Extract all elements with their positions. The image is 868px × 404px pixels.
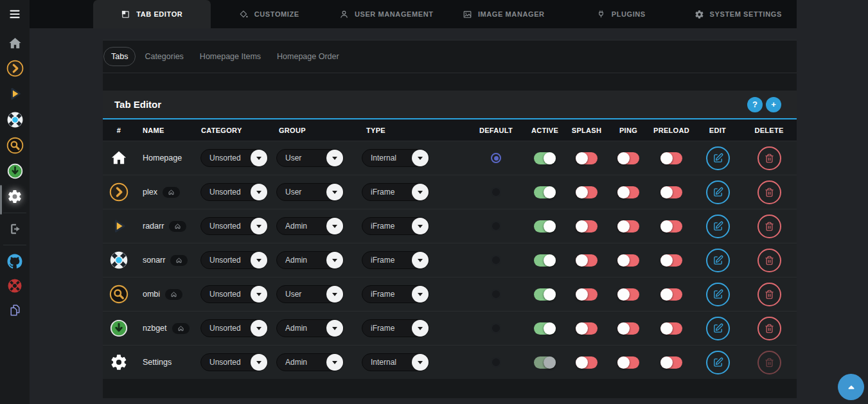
preload-toggle[interactable] <box>660 220 682 233</box>
preload-toggle[interactable] <box>660 322 682 335</box>
select-value: User <box>285 188 301 197</box>
edit-button[interactable] <box>706 283 730 306</box>
splash-toggle[interactable] <box>576 254 598 267</box>
group-select[interactable]: User <box>276 183 344 201</box>
category-select[interactable]: Unsorted <box>200 183 268 201</box>
scroll-top-button[interactable] <box>838 374 864 400</box>
ping-toggle[interactable] <box>617 152 639 164</box>
ping-toggle[interactable] <box>617 322 639 335</box>
type-select[interactable]: Internal <box>362 149 429 167</box>
ping-toggle[interactable] <box>617 220 639 233</box>
sidebar-item-home[interactable] <box>0 30 30 56</box>
sidebar-item-ombi[interactable] <box>0 132 30 158</box>
preload-toggle[interactable] <box>660 356 682 369</box>
edit-button[interactable] <box>706 215 730 238</box>
type-select[interactable]: iFrame <box>362 217 429 235</box>
group-select[interactable]: Admin <box>276 319 344 337</box>
delete-button[interactable] <box>757 215 781 238</box>
type-select[interactable]: iFrame <box>362 251 429 269</box>
subtab-tabs[interactable]: Tabs <box>103 47 136 66</box>
active-toggle[interactable] <box>534 152 556 164</box>
category-select[interactable]: Unsorted <box>200 319 268 337</box>
sidebar-item-nzbget[interactable] <box>0 158 30 184</box>
active-toggle[interactable] <box>534 254 556 267</box>
default-radio[interactable] <box>491 289 501 299</box>
splash-toggle[interactable] <box>576 186 598 198</box>
subtab-homepage-order[interactable]: Homepage Order <box>277 52 339 61</box>
active-toggle[interactable] <box>534 220 556 233</box>
type-select[interactable]: iFrame <box>362 319 429 337</box>
sidebar-item-sonarr[interactable] <box>0 107 30 132</box>
splash-toggle[interactable] <box>576 152 598 164</box>
default-radio[interactable] <box>491 153 501 163</box>
sidebar-item-menu-toggle[interactable] <box>0 1 30 27</box>
splash-toggle[interactable] <box>576 322 598 335</box>
default-radio[interactable] <box>491 221 501 231</box>
edit-button[interactable] <box>706 317 730 340</box>
subtab-homepage-items[interactable]: Homepage Items <box>200 52 261 61</box>
group-select[interactable]: User <box>276 149 344 167</box>
type-select[interactable]: Internal <box>362 353 429 371</box>
ping-toggle[interactable] <box>617 186 639 198</box>
sidebar-item-support[interactable] <box>0 273 30 299</box>
group-select[interactable]: Admin <box>276 217 344 235</box>
preload-toggle[interactable] <box>660 288 682 301</box>
active-toggle[interactable] <box>534 186 556 198</box>
ping-toggle[interactable] <box>617 254 639 267</box>
category-select[interactable]: Unsorted <box>200 149 268 167</box>
splash-toggle[interactable] <box>576 356 598 369</box>
preload-toggle[interactable] <box>660 186 682 198</box>
category-select[interactable]: Unsorted <box>200 353 268 371</box>
default-radio[interactable] <box>491 323 501 333</box>
top-tab-user-management[interactable]: USER MANAGEMENT <box>328 0 445 28</box>
preload-toggle[interactable] <box>660 254 682 267</box>
default-radio[interactable] <box>491 255 501 265</box>
tab-name: nzbget <box>143 324 167 333</box>
sidebar-item-settings[interactable] <box>0 184 30 209</box>
category-select[interactable]: Unsorted <box>200 251 268 269</box>
type-select[interactable]: iFrame <box>362 183 429 201</box>
sidebar-item-logout[interactable] <box>0 216 30 242</box>
splash-toggle[interactable] <box>576 288 598 301</box>
type-select[interactable]: iFrame <box>362 285 429 303</box>
sidebar-item-docs[interactable] <box>0 297 30 323</box>
category-select[interactable]: Unsorted <box>200 285 268 303</box>
category-select[interactable]: Unsorted <box>200 217 268 235</box>
delete-button[interactable] <box>757 317 781 340</box>
edit-button[interactable] <box>706 146 730 170</box>
chevron-down-icon <box>412 320 429 337</box>
top-tab-tab-editor[interactable]: TAB EDITOR <box>93 0 211 28</box>
edit-button[interactable] <box>706 351 730 374</box>
delete-button[interactable] <box>757 180 781 204</box>
active-toggle[interactable] <box>534 356 556 369</box>
sidebar-item-github[interactable] <box>0 249 30 274</box>
default-radio[interactable] <box>491 357 501 367</box>
delete-button[interactable] <box>757 146 781 170</box>
sidebar-item-plex[interactable] <box>0 55 30 81</box>
top-tab-image-manager[interactable]: IMAGE MANAGER <box>445 0 563 28</box>
chevron-down-icon <box>251 150 267 166</box>
preload-toggle[interactable] <box>660 152 682 164</box>
edit-button[interactable] <box>706 249 730 272</box>
sidebar-item-radarr[interactable] <box>0 81 30 107</box>
top-tab-customize[interactable]: CUSTOMIZE <box>211 0 328 28</box>
edit-icon <box>713 255 723 266</box>
help-button[interactable]: ? <box>747 97 763 112</box>
ping-toggle[interactable] <box>617 288 639 301</box>
delete-button[interactable] <box>757 249 781 272</box>
active-toggle[interactable] <box>534 288 556 301</box>
group-select[interactable]: Admin <box>276 251 344 269</box>
delete-button[interactable] <box>757 283 781 306</box>
sidebar-scrollbar[interactable] <box>0 185 2 215</box>
active-toggle[interactable] <box>534 322 556 335</box>
add-tab-button[interactable]: + <box>766 97 781 112</box>
edit-button[interactable] <box>706 180 730 204</box>
ping-toggle[interactable] <box>617 356 639 369</box>
top-tab-system-settings[interactable]: SYSTEM SETTINGS <box>680 0 797 28</box>
default-radio[interactable] <box>491 187 501 197</box>
group-select[interactable]: User <box>276 285 344 303</box>
top-tab-plugins[interactable]: PLUGINS <box>562 0 680 28</box>
group-select[interactable]: Admin <box>276 353 344 371</box>
subtab-categories[interactable]: Categories <box>145 52 183 61</box>
splash-toggle[interactable] <box>576 220 598 233</box>
